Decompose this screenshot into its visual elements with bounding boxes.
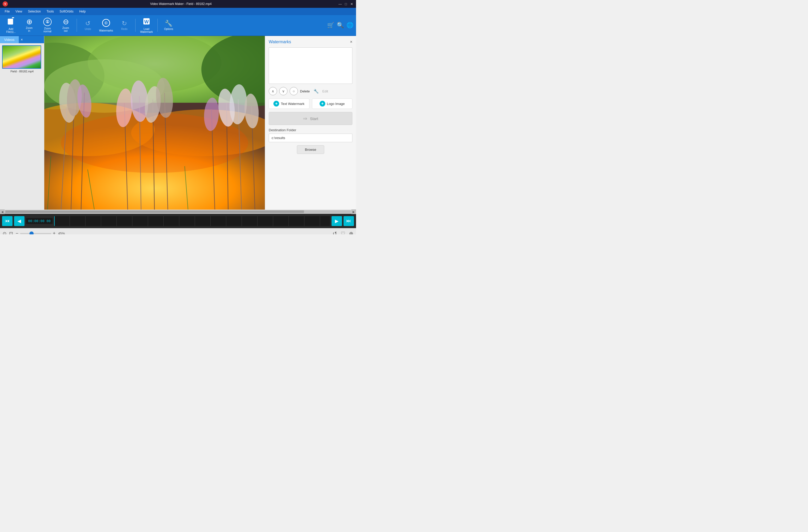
zoom-out-button[interactable]: ⊖ Zoomout [57, 16, 74, 34]
video-frame-svg [44, 36, 265, 210]
zoom-percent-label: 45% [58, 231, 65, 234]
timeline-track[interactable] [54, 216, 330, 226]
add-status-icon[interactable]: ⊕ [349, 230, 353, 235]
edit-watermark-button[interactable]: Edit [323, 89, 328, 93]
right-panel: Watermarks × ∧ ∨ ○ Delete 🔧 Edit + Text … [265, 36, 356, 210]
add-watermark-buttons: + Text Watermark + Logo Image [269, 98, 352, 109]
separator-2 [135, 19, 135, 32]
undo-button[interactable]: ↺ Undo [79, 16, 96, 34]
video-preview [44, 36, 265, 210]
destination-folder-label: Destination Folder [269, 128, 352, 132]
start-label: Start [310, 116, 318, 121]
watermarks-title: Watermarks [269, 40, 291, 44]
add-text-watermark-icon: + [273, 101, 279, 107]
watermarks-header: Watermarks × [269, 40, 352, 44]
options-button[interactable]: 🔧 Options [160, 16, 177, 34]
zoom-normal-button[interactable]: ① Zoomnormal [39, 16, 56, 34]
menu-tools[interactable]: Tools [44, 8, 57, 14]
toolbar: AddFile(s)... ⊕ Zoomin ① Zoomnormal ⊖ Zo… [0, 15, 356, 36]
left-panel: Videos × Field - 89182.mp4 [0, 36, 44, 210]
time-display: 00:00:00 00 [26, 218, 53, 224]
add-text-watermark-label: Text Watermark [281, 102, 305, 106]
timeline-area: ⏮ ◀ 00:00:00 00 ▶ ⏭ [0, 214, 356, 228]
watermark-move-up-button[interactable]: ∧ [269, 87, 277, 95]
browse-button[interactable]: Browse [297, 145, 324, 154]
start-button[interactable]: ⇒ Start [269, 112, 352, 125]
rewind-to-start-button[interactable]: ⏮ [2, 216, 13, 226]
add-files-button[interactable]: AddFile(s)... [3, 16, 19, 34]
zoom-control: − + [16, 231, 56, 234]
heart-icon[interactable]: ♡ [341, 230, 345, 235]
cart-icon[interactable]: 🛒 [327, 22, 334, 28]
video-file-name: Field - 89182.mp4 [2, 70, 42, 73]
menu-softorbits[interactable]: SoftOrbits [57, 8, 76, 14]
video-thumbnail[interactable]: Field - 89182.mp4 [2, 45, 42, 73]
watermarks-preview-area [269, 48, 352, 84]
zoom-plus-button[interactable]: + [53, 231, 56, 234]
timeline-playhead [54, 216, 55, 226]
video-list: Field - 89182.mp4 [0, 43, 44, 210]
menu-bar: File View Selection Tools SoftOrbits Hel… [0, 8, 356, 15]
minimize-button[interactable]: — [338, 2, 342, 6]
svg-text:W: W [144, 19, 149, 24]
title-bar: V Video Watermark Maker - Field - 89182.… [0, 0, 356, 8]
add-logo-image-icon: + [319, 101, 325, 107]
svg-text:©: © [105, 21, 108, 25]
menu-file[interactable]: File [2, 8, 12, 14]
scroll-thumb[interactable] [5, 210, 304, 213]
load-watermark-button[interactable]: W LoadWatermark [138, 16, 155, 34]
maximize-button[interactable]: □ [344, 2, 348, 6]
svg-point-15 [61, 113, 248, 173]
menu-help[interactable]: Help [77, 8, 88, 14]
add-logo-image-label: Logo Image [327, 102, 345, 106]
videos-tab-close[interactable]: × [19, 36, 25, 43]
video-thumb-image [2, 45, 41, 69]
redo-button[interactable]: ↻ Redo [116, 16, 133, 34]
undo-status-icon[interactable]: ↺ [333, 230, 337, 235]
zoom-slider[interactable] [20, 233, 51, 234]
destination-folder-section: Destination Folder c:\results [269, 128, 352, 142]
watermark-move-down-button[interactable]: ∨ [279, 87, 288, 95]
main-layout: Videos × Field - 89182.mp4 [0, 36, 356, 210]
timeline-ruler [54, 216, 330, 226]
scroll-right-arrow[interactable]: ▶ [351, 209, 356, 214]
window-title: Video Watermark Maker - Field - 89182.mp… [23, 2, 338, 6]
watermarks-icon: © [102, 19, 110, 28]
close-button[interactable]: ✕ [350, 2, 353, 6]
zoom-slider-thumb[interactable] [30, 231, 34, 235]
scroll-left-arrow[interactable]: ◀ [0, 209, 5, 214]
status-right-icons: ↺ ♡ ⊕ [333, 230, 353, 235]
add-files-icon [7, 17, 15, 26]
add-text-watermark-button[interactable]: + Text Watermark [269, 98, 309, 109]
horizontal-scrollbar[interactable]: ◀ ▶ [0, 210, 356, 214]
options-icon: 🔧 [165, 20, 172, 26]
menu-selection[interactable]: Selection [25, 8, 43, 14]
layout-icon[interactable]: ⊙ [3, 231, 6, 235]
watermarks-close-button[interactable]: × [350, 40, 352, 44]
zoom-in-button[interactable]: ⊕ Zoomin [21, 16, 38, 34]
globe-icon[interactable]: 🌐 [346, 22, 353, 28]
add-files-label: AddFile(s)... [6, 27, 16, 33]
watermarks-button[interactable]: © Watermarks [98, 16, 114, 34]
status-bar: ⊙ ⊡ − + 45% ↺ ♡ ⊕ [0, 228, 356, 234]
add-logo-image-button[interactable]: + Logo Image [312, 98, 353, 109]
videos-tab[interactable]: Videos [0, 36, 19, 43]
destination-folder-input[interactable]: c:\results [269, 134, 352, 142]
start-arrow-icon: ⇒ [303, 115, 307, 121]
zoom-minus-button[interactable]: − [16, 231, 19, 234]
load-watermark-icon: W [142, 17, 151, 26]
toolbar-right: 🛒 🔍 🌐 [327, 22, 353, 28]
svg-rect-0 [8, 19, 13, 24]
play-forward-button[interactable]: ▶ [332, 216, 342, 226]
menu-view[interactable]: View [13, 8, 25, 14]
watermark-toggle-button[interactable]: ○ [290, 87, 298, 95]
watermarks-controls: ∧ ∨ ○ Delete 🔧 Edit [269, 87, 352, 95]
search-icon[interactable]: 🔍 [337, 22, 344, 28]
videos-tab-bar: Videos × [0, 36, 44, 43]
app-icon: V [3, 1, 8, 6]
play-back-button[interactable]: ◀ [14, 216, 24, 226]
delete-watermark-button[interactable]: Delete [300, 89, 310, 93]
frame-icon[interactable]: ⊡ [9, 231, 13, 235]
edit-watermark-icon: 🔧 [312, 87, 320, 95]
fast-forward-button[interactable]: ⏭ [344, 216, 354, 226]
